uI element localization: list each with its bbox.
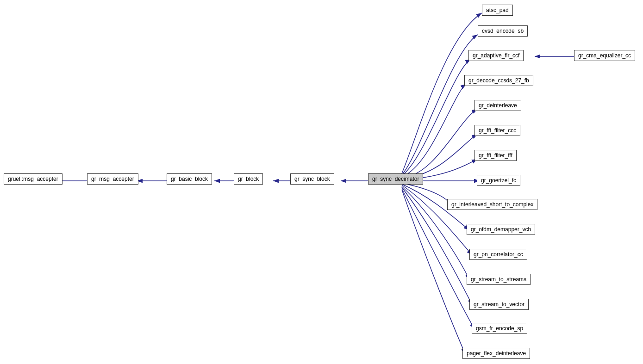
node-gsm-fr-encode-sp[interactable]: gsm_fr_encode_sp: [472, 323, 527, 334]
node-gr-msg-accepter[interactable]: gr_msg_accepter: [87, 173, 138, 185]
node-gr-cma-equalizer-cc[interactable]: gr_cma_equalizer_cc: [574, 50, 635, 61]
node-gr-adaptive-fir-ccf[interactable]: gr_adaptive_fir_ccf: [468, 50, 524, 61]
diagram-container: gruel::msg_accepter gr_msg_accepter gr_b…: [0, 0, 643, 364]
node-gr-ofdm-demapper-vcb[interactable]: gr_ofdm_demapper_vcb: [467, 224, 535, 235]
node-gr-fft-filter-ccc[interactable]: gr_fft_filter_ccc: [474, 125, 520, 136]
node-gr-basic-block[interactable]: gr_basic_block: [167, 173, 212, 185]
node-gr-stream-to-vector[interactable]: gr_stream_to_vector: [469, 299, 529, 310]
node-cvsd-encode-sb[interactable]: cvsd_encode_sb: [478, 25, 528, 37]
node-gr-sync-decimator[interactable]: gr_sync_decimator: [368, 173, 423, 185]
node-gr-pn-correlator-cc[interactable]: gr_pn_correlator_cc: [469, 249, 527, 260]
node-gr-sync-block[interactable]: gr_sync_block: [290, 173, 334, 185]
node-pager-flex-deinterleave[interactable]: pager_flex_deinterleave: [462, 348, 530, 359]
node-gr-interleaved-short-to-complex[interactable]: gr_interleaved_short_to_complex: [447, 199, 537, 210]
node-gr-deinterleave[interactable]: gr_deinterleave: [474, 100, 521, 111]
node-gr-stream-to-streams[interactable]: gr_stream_to_streams: [467, 274, 531, 285]
node-gr-decode-ccsds-27-fb[interactable]: gr_decode_ccsds_27_fb: [464, 75, 533, 86]
node-gruel-msg-accepter[interactable]: gruel::msg_accepter: [4, 173, 62, 185]
node-gr-fft-filter-fff[interactable]: gr_fft_filter_fff: [474, 150, 517, 161]
node-atsc-pad[interactable]: atsc_pad: [482, 5, 513, 16]
node-gr-block[interactable]: gr_block: [234, 173, 263, 185]
node-gr-goertzel-fc[interactable]: gr_goertzel_fc: [477, 175, 520, 186]
